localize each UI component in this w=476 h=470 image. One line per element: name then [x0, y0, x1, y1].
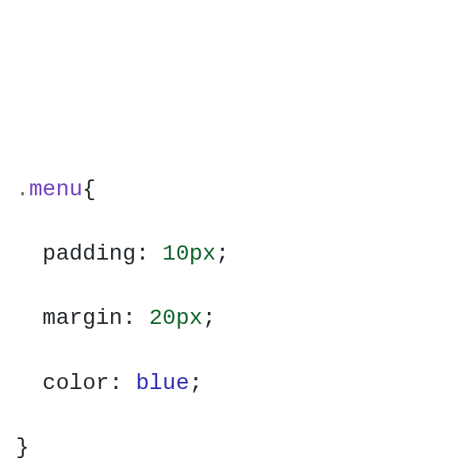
css-value-number: 20 — [149, 306, 176, 330]
class-dot: . — [16, 177, 29, 202]
code-line: .menu{ — [16, 174, 460, 206]
code-block: .menu{ padding: 10px; margin: 20px; colo… — [16, 141, 460, 470]
semicolon: ; — [189, 371, 202, 395]
css-unit: px — [176, 306, 203, 330]
css-value-keyword: blue — [136, 371, 189, 395]
css-value-number: 10 — [163, 241, 190, 266]
code-line: margin: 20px; — [16, 302, 460, 335]
brace-close: } — [16, 435, 29, 460]
semicolon: ; — [216, 241, 229, 266]
brace-open: { — [83, 177, 96, 202]
code-line: color: blue; — [16, 368, 460, 400]
css-unit: px — [189, 241, 216, 266]
colon: : — [109, 371, 123, 395]
code-line: } — [16, 432, 460, 464]
code-line: padding: 10px; — [16, 238, 460, 271]
semicolon: ; — [202, 306, 216, 330]
selector-class: menu — [29, 177, 83, 202]
colon: : — [136, 241, 149, 266]
colon: : — [122, 306, 136, 330]
css-property: margin — [43, 306, 123, 330]
css-property: color — [43, 371, 109, 395]
css-property: padding — [43, 241, 136, 266]
